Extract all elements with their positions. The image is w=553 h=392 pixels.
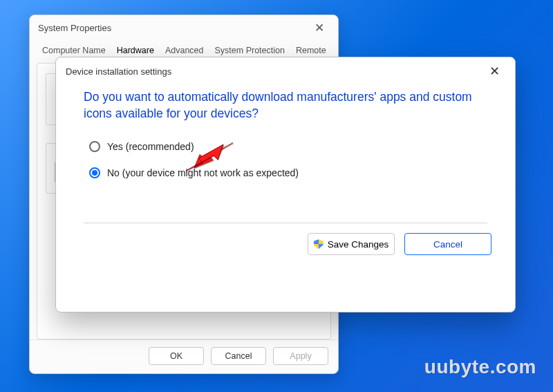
ok-button[interactable]: OK bbox=[149, 347, 204, 365]
radio-yes[interactable]: Yes (recommended) bbox=[89, 141, 487, 152]
window-title: System Properties bbox=[38, 23, 111, 33]
close-icon[interactable]: ✕ bbox=[309, 18, 330, 38]
radio-no-label: No (your device might not work as expect… bbox=[107, 167, 299, 178]
close-icon[interactable]: ✕ bbox=[484, 59, 505, 83]
system-properties-titlebar: System Properties ✕ bbox=[30, 15, 338, 40]
radio-no[interactable]: No (your device might not work as expect… bbox=[89, 167, 487, 178]
cancel-button[interactable]: Cancel bbox=[211, 347, 266, 365]
dialog-title: Device installation settings bbox=[66, 66, 171, 77]
divider bbox=[84, 223, 487, 223]
device-installation-settings-dialog: Device installation settings ✕ Do you wa… bbox=[55, 57, 516, 312]
save-changes-button[interactable]: Save Changes bbox=[308, 233, 395, 255]
apply-button[interactable]: Apply bbox=[273, 347, 328, 365]
radio-icon bbox=[89, 167, 100, 178]
radio-icon bbox=[89, 141, 100, 152]
cancel-button[interactable]: Cancel bbox=[404, 233, 491, 255]
radio-yes-label: Yes (recommended) bbox=[107, 141, 194, 152]
dialog-buttons: Save Changes Cancel bbox=[56, 233, 515, 268]
radio-group: Yes (recommended) No (your device might … bbox=[89, 141, 487, 178]
uac-shield-icon bbox=[314, 239, 324, 249]
save-changes-label: Save Changes bbox=[328, 239, 389, 250]
system-properties-buttons: OK Cancel Apply bbox=[30, 339, 338, 372]
watermark: uubyte.com bbox=[424, 356, 536, 378]
system-properties-tabs: Computer Name Hardware Advanced System P… bbox=[30, 40, 338, 59]
dialog-titlebar: Device installation settings ✕ bbox=[56, 57, 515, 85]
dialog-question: Do you want to automatically download ma… bbox=[84, 89, 487, 122]
